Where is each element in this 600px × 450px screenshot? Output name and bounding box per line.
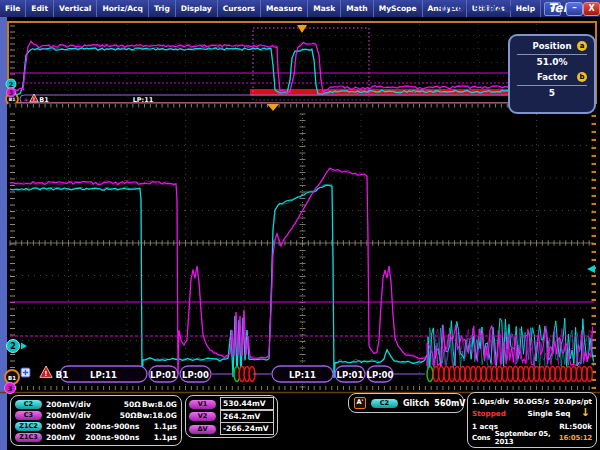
- acquisition-status: Stopped: [472, 409, 506, 418]
- bus-error-indicator: [571, 367, 576, 382]
- menu-item-trig[interactable]: Trig: [149, 0, 176, 17]
- horizontal-acquisition-panel[interactable]: 1.0µs/div 50.0GS/s 20.0ps/pt Stopped Sin…: [467, 392, 597, 448]
- cursor-value-v1: 530.44mV: [220, 397, 274, 410]
- zoom-row-z1c3[interactable]: Z1C3 200mV 200ns -900ns 1.1µs: [15, 432, 177, 443]
- main-graticule: [0, 113, 600, 393]
- channel-badge-c3[interactable]: C3: [15, 411, 42, 420]
- cursor-badge-dv[interactable]: ΔV: [189, 425, 216, 434]
- zoom-row-z1c2[interactable]: Z1C2 200mV 200ns -900ns 1.1µs: [15, 421, 177, 432]
- b1-badge-main[interactable]: B1: [5, 370, 19, 384]
- label: 3: [9, 89, 13, 96]
- cursor-badge-v1[interactable]: V1: [189, 400, 216, 409]
- bus-value-label: LP:01: [150, 370, 177, 380]
- factor-label: Factor: [537, 72, 567, 82]
- zoom-badge-z1c3[interactable]: Z1C3: [15, 433, 42, 442]
- bus-error-indicator: [561, 367, 566, 382]
- channel-2-marker-overview[interactable]: 2: [6, 79, 16, 89]
- bus-error-indicator: [587, 367, 592, 382]
- bus-error-indicator: [497, 367, 502, 382]
- bus-b1-main: LP:11LP:01LP:00LP:11LP:01LP:00!B1: [21, 366, 592, 382]
- bus-error-indicator: [444, 367, 449, 382]
- zoom-delay: -900ns: [111, 433, 140, 442]
- bus-name-label: B1: [55, 370, 68, 380]
- bus-error-indicator: [433, 367, 438, 382]
- zoom-window: 1.1µs: [139, 422, 177, 431]
- trigger-source-badge[interactable]: C2: [371, 399, 398, 408]
- bus-error-indicator: [465, 367, 470, 382]
- zoom-badge-z1c2[interactable]: Z1C2: [15, 422, 42, 431]
- zoom-scale: 200mV: [46, 433, 85, 442]
- channel-readout-panel[interactable]: C2 200mV/div 50Ω Bw:8.0G C3 200mV/div 50…: [10, 395, 182, 446]
- factor-label-row: Factor b: [517, 71, 587, 83]
- arrow-down-icon: ↓: [581, 406, 590, 419]
- bus-value-label: LP:00: [182, 370, 209, 380]
- position-label-row: Position a: [517, 40, 587, 52]
- zoom-position-panel: Position a 51.0% Factor b 5: [508, 34, 596, 114]
- menu-item-mask[interactable]: Mask: [308, 0, 341, 17]
- channel-impedance: 50Ω: [112, 411, 136, 420]
- bus-error-indicator: [492, 367, 497, 382]
- menu-item-horiz-acq[interactable]: Horiz/Acq: [97, 0, 148, 17]
- channel-3-marker-main[interactable]: 3: [5, 383, 16, 394]
- bus-error-indicator: [524, 367, 529, 382]
- acquisition-mode: Single Seq: [527, 409, 570, 418]
- horizontal-scale: 1.0µs/div: [472, 397, 509, 406]
- channel-impedance: 50Ω: [114, 400, 141, 409]
- menu-item-file[interactable]: File: [0, 0, 26, 17]
- cursor-badge-v2[interactable]: V2: [189, 412, 216, 421]
- menu-item-cursors[interactable]: Cursors: [218, 0, 261, 17]
- trigger-type: Glitch: [403, 399, 429, 408]
- bus-error-indicator: [518, 367, 523, 382]
- bus-error-indicator: [555, 367, 560, 382]
- menu-bar: FileEditVerticalHoriz/AcqTrigDisplayCurs…: [0, 0, 600, 17]
- position-label: Position: [533, 41, 572, 51]
- channel-3-marker-overview[interactable]: 3: [7, 88, 16, 97]
- label: B1: [9, 97, 16, 102]
- acquisition-status-row: Stopped Single Seq ↓: [472, 408, 592, 419]
- bus-b1-overview: LP:11+!B1: [20, 94, 590, 104]
- label: 3: [8, 385, 13, 393]
- menu-item-myscope[interactable]: MyScope: [374, 0, 423, 17]
- zoom-delay: -900ns: [111, 422, 140, 431]
- bus-error-indicator: [550, 367, 555, 382]
- acquisition-count: 1 acqs: [472, 422, 498, 431]
- factor-value[interactable]: 5: [517, 88, 587, 99]
- cursor-readout-panel[interactable]: V1 530.44mV V2 264.2mV ΔV -266.24mV: [185, 395, 278, 438]
- label: 2: [10, 342, 16, 351]
- position-value[interactable]: 51.0%: [517, 57, 587, 68]
- channel-row-c3[interactable]: C3 200mV/div 50Ω Bw:18.0G: [15, 410, 177, 421]
- channel-bandwidth: Bw:18.0G: [137, 411, 177, 420]
- menu-item-edit[interactable]: Edit: [26, 0, 54, 17]
- menu-item-help[interactable]: Help: [511, 0, 541, 17]
- move-bus-icon[interactable]: [21, 368, 30, 377]
- minimize-button[interactable]: –: [566, 2, 583, 16]
- divider: [517, 54, 587, 55]
- cons-label: Cons: [472, 434, 490, 442]
- menu-item-display[interactable]: Display: [176, 0, 218, 17]
- trigger-a-icon: A': [354, 397, 366, 409]
- multipurpose-a-badge: a: [577, 41, 587, 51]
- menu-item-math[interactable]: Math: [341, 0, 373, 17]
- trigger-readout-panel[interactable]: A' C2 Glitch 560mV: [348, 393, 464, 413]
- bus-ok-indicator: [427, 367, 433, 382]
- channel-row-c2[interactable]: C2 200mV/div 50Ω Bw:8.0G: [15, 399, 177, 410]
- menu-item-vertical[interactable]: Vertical: [54, 0, 97, 17]
- bus-value-label: LP:11: [133, 96, 154, 104]
- cursor-value-dv: -266.24mV: [220, 422, 274, 435]
- bus-error-indicator: [582, 367, 587, 382]
- label: !: [33, 96, 35, 102]
- divider: [517, 85, 587, 86]
- bus-error-indicator: [449, 367, 454, 382]
- bus-error-indicator: [539, 367, 544, 382]
- sample-rate: 50.0GS/s: [514, 397, 550, 406]
- zoom-time: 200ns: [85, 433, 110, 442]
- zoom-window: 1.1µs: [139, 433, 177, 442]
- channel-badge-c2[interactable]: C2: [15, 400, 42, 409]
- bus-error-indicator: [529, 367, 534, 382]
- menu-item-measure[interactable]: Measure: [261, 0, 308, 17]
- bus-error-indicator: [486, 367, 491, 382]
- bus-error-indicator: [513, 367, 518, 382]
- date-label: September 05, 2013: [495, 430, 559, 446]
- close-button[interactable]: X: [583, 2, 600, 16]
- plus-icon: +: [23, 96, 28, 103]
